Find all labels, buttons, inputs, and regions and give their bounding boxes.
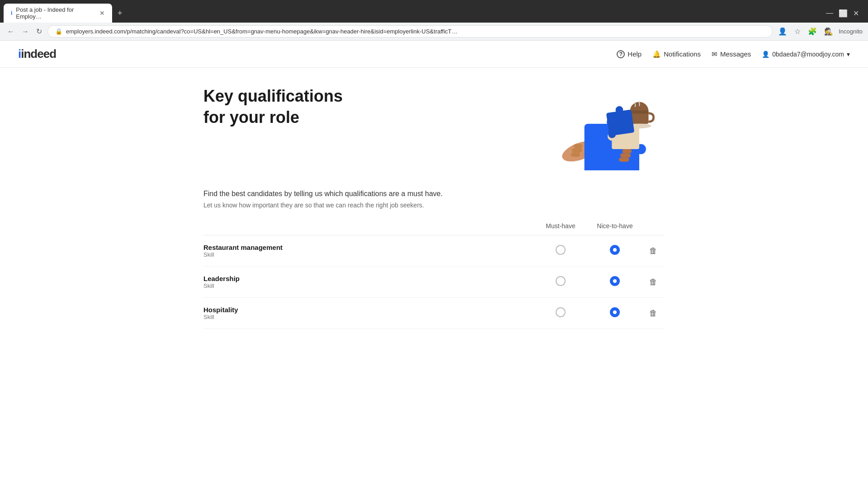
- tab-close-button[interactable]: ✕: [99, 9, 105, 17]
- back-button[interactable]: ←: [5, 26, 16, 38]
- messages-label: Messages: [720, 50, 751, 58]
- help-link[interactable]: ? Help: [617, 50, 642, 58]
- user-email: 0bdaeda7@moodjoy.com: [772, 51, 844, 58]
- col-must-header: Must-have: [533, 222, 588, 230]
- user-icon: 👤: [762, 51, 769, 58]
- lock-icon: 🔒: [55, 28, 62, 35]
- delete-button[interactable]: 🗑: [647, 244, 659, 258]
- help-icon: ?: [617, 50, 625, 58]
- nice-to-have-radio[interactable]: [610, 307, 620, 317]
- tab-title: Post a job - Indeed for Employ…: [16, 6, 96, 20]
- new-tab-button[interactable]: +: [114, 7, 126, 20]
- minimize-button[interactable]: —: [826, 9, 833, 18]
- svg-rect-2: [630, 110, 648, 113]
- table-row: Hospitality Skill 🗑: [203, 298, 665, 329]
- qual-name-col: Leadership Skill: [203, 275, 533, 289]
- messages-link[interactable]: ✉ Messages: [712, 50, 751, 58]
- hero-title: Key qualifications for your role: [203, 86, 357, 128]
- must-have-col: [533, 245, 588, 257]
- notifications-label: Notifications: [664, 50, 701, 58]
- qual-title: Restaurant management: [203, 244, 533, 251]
- profile-icon[interactable]: 👤: [776, 25, 789, 38]
- help-label: Help: [627, 50, 642, 58]
- incognito-label: Incognito: [839, 28, 863, 35]
- table-header: Must-have Nice-to-have: [203, 222, 665, 235]
- extension-icon[interactable]: 🧩: [806, 25, 819, 38]
- must-have-col: [533, 307, 588, 319]
- active-tab[interactable]: i Post a job - Indeed for Employ… ✕: [4, 4, 112, 23]
- qual-type: Skill: [203, 251, 533, 258]
- qual-title: Leadership: [203, 275, 533, 282]
- must-have-radio[interactable]: [556, 245, 566, 255]
- page-header: iindeed ? Help 🔔 Notifications ✉ Message…: [0, 41, 868, 68]
- col-nice-header: Nice-to-have: [588, 222, 642, 230]
- puzzle-svg: [538, 86, 665, 170]
- must-have-radio[interactable]: [556, 276, 566, 286]
- forward-button[interactable]: →: [20, 26, 31, 38]
- nice-to-have-radio[interactable]: [610, 245, 620, 255]
- nice-to-have-col: [588, 307, 642, 319]
- tab-favicon: i: [11, 10, 12, 16]
- user-menu[interactable]: 👤 0bdaeda7@moodjoy.com ▾: [762, 51, 850, 58]
- must-have-radio[interactable]: [556, 307, 566, 317]
- bookmark-icon[interactable]: ☆: [793, 25, 802, 38]
- nice-to-have-radio[interactable]: [610, 276, 620, 286]
- intro-secondary: Let us know how important they are so th…: [203, 202, 665, 209]
- qual-type: Skill: [203, 314, 533, 320]
- delete-button[interactable]: 🗑: [647, 276, 659, 289]
- qual-title: Hospitality: [203, 306, 533, 314]
- svg-rect-21: [619, 158, 629, 162]
- must-have-col: [533, 276, 588, 288]
- bell-icon: 🔔: [652, 50, 661, 58]
- delete-button[interactable]: 🗑: [647, 307, 659, 320]
- url-input[interactable]: [66, 28, 765, 35]
- svg-rect-20: [623, 149, 632, 153]
- notifications-link[interactable]: 🔔 Notifications: [652, 50, 701, 58]
- nice-to-have-col: [588, 276, 642, 288]
- svg-rect-19: [620, 153, 631, 157]
- svg-rect-16: [572, 148, 582, 152]
- header-nav: ? Help 🔔 Notifications ✉ Messages 👤 0bda…: [617, 50, 850, 58]
- close-button[interactable]: ✕: [853, 9, 859, 18]
- window-controls: — ⬜ ✕: [826, 9, 864, 18]
- indeed-logo[interactable]: iindeed: [18, 47, 56, 61]
- nice-to-have-col: [588, 245, 642, 257]
- delete-col: 🗑: [642, 307, 665, 320]
- main-content: Key qualifications for your role: [194, 68, 674, 347]
- qualifications-table: Must-have Nice-to-have Restaurant manage…: [203, 222, 665, 329]
- qualifications-intro: Find the best candidates by telling us w…: [203, 190, 665, 209]
- table-row: Leadership Skill 🗑: [203, 267, 665, 298]
- reload-button[interactable]: ↻: [34, 25, 44, 38]
- qual-name-col: Hospitality Skill: [203, 306, 533, 320]
- intro-primary: Find the best candidates by telling us w…: [203, 190, 665, 198]
- browser-chrome: i Post a job - Indeed for Employ… ✕ + — …: [0, 0, 868, 41]
- toolbar-icons: 👤 ☆ 🧩 🕵 Incognito: [776, 25, 863, 38]
- maximize-button[interactable]: ⬜: [839, 9, 848, 18]
- qual-type: Skill: [203, 282, 533, 289]
- mail-icon: ✉: [712, 50, 717, 58]
- svg-rect-17: [574, 144, 582, 148]
- browser-toolbar: ← → ↻ 🔒 👤 ☆ 🧩 🕵 Incognito: [0, 23, 868, 41]
- tab-bar: i Post a job - Indeed for Employ… ✕ + — …: [0, 4, 868, 23]
- hero-text: Key qualifications for your role: [203, 86, 357, 128]
- qual-name-col: Restaurant management Skill: [203, 244, 533, 258]
- delete-col: 🗑: [642, 276, 665, 289]
- dropdown-icon: ▾: [847, 51, 850, 58]
- address-bar[interactable]: 🔒: [47, 25, 773, 38]
- svg-rect-18: [571, 152, 580, 156]
- hero-section: Key qualifications for your role: [203, 86, 665, 167]
- incognito-icon[interactable]: 🕵: [822, 25, 835, 38]
- puzzle-illustration: [538, 86, 665, 167]
- table-row: Restaurant management Skill 🗑: [203, 235, 665, 267]
- delete-col: 🗑: [642, 244, 665, 258]
